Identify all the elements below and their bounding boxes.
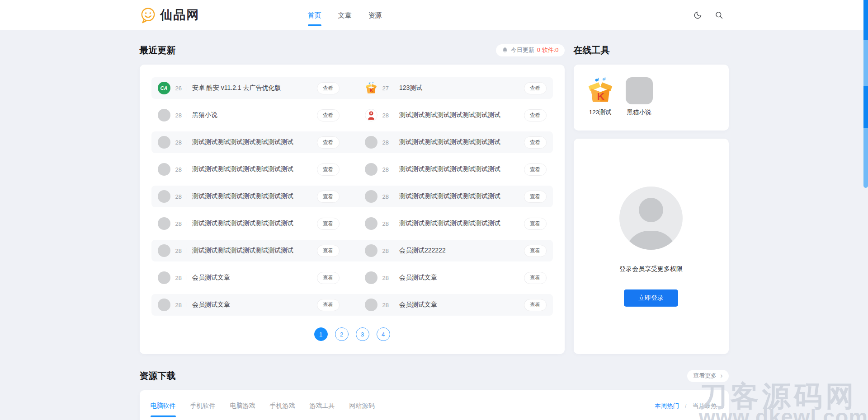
tool-item[interactable]: 黑猫小说 (623, 77, 655, 120)
item-title: 会员测试文章 (192, 301, 312, 309)
recent-column: 最近更新 今日更新 0 软件:0 CA26安卓 酷安 v11.2.1 去广告优化… (140, 44, 565, 354)
divider (394, 302, 394, 308)
tab-site-source[interactable]: 网站源码 (349, 402, 375, 417)
page-button-4[interactable]: 4 (377, 327, 390, 341)
list-item[interactable]: 28会员测试文章查看 (359, 271, 553, 284)
main-nav: 首页文章资源 (308, 0, 382, 30)
nav-item-articles[interactable]: 文章 (338, 0, 352, 30)
view-button[interactable]: 查看 (524, 245, 547, 257)
list-item[interactable]: 28测试测试测试测试测试测试测试测试查看 (359, 109, 553, 121)
resources-section: 资源下载 查看更多 › 电脑软件手机软件电脑游戏手机游戏游戏工具网站源码 本周热… (140, 369, 729, 420)
view-button[interactable]: 查看 (524, 218, 547, 230)
sidebar-column: 在线工具 K123测试黑猫小说 登录会员享受更多权限 立即登录 (574, 44, 729, 354)
login-button[interactable]: 立即登录 (624, 289, 678, 307)
nav-item-home[interactable]: 首页 (308, 0, 321, 30)
table-row: 28测试测试测试测试测试测试测试测试查看28测试测试测试测试测试测试测试测试查看 (151, 186, 553, 207)
item-title: 测试测试测试测试测试测试测试测试 (192, 192, 312, 201)
list-item[interactable]: 28测试测试测试测试测试测试测试测试查看 (151, 217, 346, 230)
site-logo[interactable]: 仙品网 (140, 7, 200, 23)
list-item[interactable]: 28会员测试222222查看 (359, 244, 553, 257)
view-button[interactable]: 查看 (317, 109, 340, 121)
divider (394, 112, 394, 118)
placeholder-icon (365, 163, 377, 176)
item-number: 28 (175, 247, 182, 254)
item-number: 28 (382, 193, 389, 200)
view-button[interactable]: 查看 (524, 109, 547, 121)
view-button[interactable]: 查看 (317, 163, 340, 176)
list-item[interactable]: 28会员测试文章查看 (151, 271, 346, 284)
resources-card: 电脑软件手机软件电脑游戏手机游戏游戏工具网站源码 本周热门/当月最热 (140, 390, 729, 420)
bell-icon (502, 47, 508, 53)
list-item[interactable]: 28测试测试测试测试测试测试测试测试查看 (151, 244, 346, 257)
table-row: CA26安卓 酷安 v11.2.1 去广告优化版查看K27123测试查看 (151, 77, 553, 99)
view-button[interactable]: 查看 (317, 136, 340, 149)
view-button[interactable]: 查看 (317, 299, 340, 311)
list-item[interactable]: 28测试测试测试测试测试测试测试测试查看 (151, 163, 346, 176)
tool-item[interactable]: K123测试 (585, 77, 616, 120)
view-button[interactable]: 查看 (524, 299, 547, 311)
login-hint: 登录会员享受更多权限 (619, 265, 683, 273)
list-item[interactable]: 28测试测试测试测试测试测试测试测试查看 (359, 217, 553, 230)
divider (394, 140, 394, 145)
list-item[interactable]: 28测试测试测试测试测试测试测试测试查看 (359, 136, 553, 149)
page-button-1[interactable]: 1 (314, 327, 328, 341)
placeholder-icon (158, 136, 170, 149)
tab-game-tools[interactable]: 游戏工具 (310, 402, 335, 417)
item-title: 测试测试测试测试测试测试测试测试 (192, 219, 312, 228)
list-item[interactable]: 28测试测试测试测试测试测试测试测试查看 (151, 190, 346, 203)
item-title: 会员测试222222 (399, 247, 519, 255)
view-more-button[interactable]: 查看更多 › (687, 370, 728, 382)
view-button[interactable]: 查看 (317, 218, 340, 230)
divider (394, 221, 394, 226)
tab-mobile-games[interactable]: 手机游戏 (270, 402, 295, 417)
view-button[interactable]: 查看 (524, 272, 547, 284)
scrollbar[interactable] (863, 0, 868, 188)
tab-mobile-software[interactable]: 手机软件 (190, 402, 216, 417)
search-icon[interactable] (715, 11, 723, 19)
list-item[interactable]: 28会员测试文章查看 (359, 299, 553, 311)
divider (187, 302, 187, 308)
mascot-icon (365, 109, 377, 121)
view-more-label: 查看更多 (693, 372, 717, 380)
kuwo-box-icon: K (365, 82, 377, 94)
avatar-body (625, 231, 677, 250)
list-item[interactable]: CA26安卓 酷安 v11.2.1 去广告优化版查看 (151, 82, 346, 94)
placeholder-icon (158, 190, 170, 203)
list-item[interactable]: K27123测试查看 (359, 82, 553, 94)
avatar (619, 187, 683, 250)
scrollbar-thumb[interactable] (863, 0, 868, 40)
view-button[interactable]: 查看 (317, 191, 340, 203)
placeholder-icon (365, 244, 377, 257)
smiley-bubble-icon (140, 7, 156, 23)
list-item[interactable]: 28会员测试文章查看 (151, 299, 346, 311)
tab-month-hot[interactable]: 当月最热 (693, 402, 717, 410)
list-item[interactable]: 28黑猫小说查看 (151, 109, 346, 121)
today-update-badge: 今日更新 0 软件:0 (496, 44, 565, 56)
item-number: 28 (382, 275, 389, 281)
view-button[interactable]: 查看 (317, 82, 340, 94)
view-button[interactable]: 查看 (524, 163, 547, 176)
tab-pc-software[interactable]: 电脑软件 (151, 402, 176, 417)
page-button-3[interactable]: 3 (356, 327, 369, 341)
page-button-2[interactable]: 2 (335, 327, 349, 341)
view-button[interactable]: 查看 (317, 272, 340, 284)
view-button[interactable]: 查看 (524, 191, 547, 203)
tab-pc-games[interactable]: 电脑游戏 (230, 402, 255, 417)
view-button[interactable]: 查看 (317, 245, 340, 257)
nav-item-resources[interactable]: 资源 (368, 0, 382, 30)
view-button[interactable]: 查看 (524, 136, 547, 149)
item-title: 测试测试测试测试测试测试测试测试 (399, 192, 519, 201)
scrollbar-thumb[interactable] (863, 86, 868, 128)
list-item[interactable]: 28测试测试测试测试测试测试测试测试查看 (359, 190, 553, 203)
list-item[interactable]: 28测试测试测试测试测试测试测试测试查看 (359, 163, 553, 176)
tool-name: 123测试 (589, 108, 612, 117)
tab-week-hot[interactable]: 本周热门 (655, 402, 679, 410)
coolapk-icon: CA (158, 82, 170, 94)
placeholder-icon (365, 299, 377, 311)
view-button[interactable]: 查看 (524, 82, 547, 94)
dark-mode-icon[interactable] (693, 11, 702, 19)
item-number: 27 (382, 85, 389, 92)
list-item[interactable]: 28测试测试测试测试测试测试测试测试查看 (151, 136, 346, 149)
item-title: 测试测试测试测试测试测试测试测试 (192, 138, 312, 146)
table-row: 28测试测试测试测试测试测试测试测试查看28测试测试测试测试测试测试测试测试查看 (151, 131, 553, 153)
